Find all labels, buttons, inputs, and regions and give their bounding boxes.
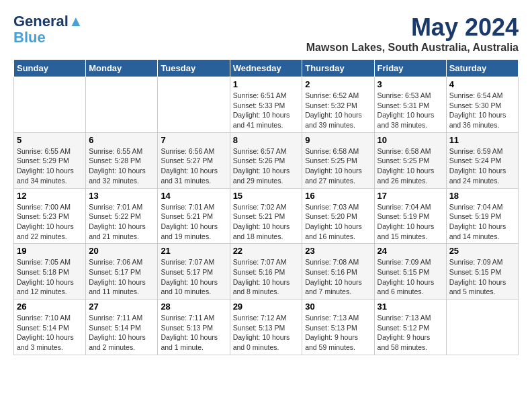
calendar-cell: 11Sunrise: 6:59 AM Sunset: 5:24 PM Dayli… (446, 132, 518, 188)
calendar-cell: 9Sunrise: 6:58 AM Sunset: 5:25 PM Daylig… (302, 132, 374, 188)
day-number: 6 (89, 135, 154, 145)
calendar-cell: 23Sunrise: 7:08 AM Sunset: 5:16 PM Dayli… (302, 244, 374, 300)
day-number: 7 (161, 135, 226, 145)
calendar-cell: 6Sunrise: 6:55 AM Sunset: 5:28 PM Daylig… (86, 132, 158, 188)
day-info: Sunrise: 7:09 AM Sunset: 5:15 PM Dayligh… (378, 257, 443, 297)
day-info: Sunrise: 6:58 AM Sunset: 5:25 PM Dayligh… (305, 146, 371, 186)
calendar-cell: 20Sunrise: 7:06 AM Sunset: 5:17 PM Dayli… (86, 244, 158, 300)
day-number: 12 (17, 191, 83, 201)
day-info: Sunrise: 7:11 AM Sunset: 5:13 PM Dayligh… (161, 313, 226, 353)
day-number: 22 (233, 246, 300, 256)
day-number: 26 (17, 302, 83, 312)
day-info: Sunrise: 7:07 AM Sunset: 5:16 PM Dayligh… (233, 257, 300, 297)
calendar-week-1: 1Sunrise: 6:51 AM Sunset: 5:33 PM Daylig… (14, 77, 519, 133)
day-number: 2 (305, 79, 371, 89)
logo: General▲ Blue (13, 13, 83, 46)
day-number: 21 (161, 246, 226, 256)
calendar-cell: 13Sunrise: 7:01 AM Sunset: 5:22 PM Dayli… (86, 188, 158, 244)
calendar-cell (446, 300, 518, 355)
calendar-cell: 21Sunrise: 7:07 AM Sunset: 5:17 PM Dayli… (158, 244, 230, 300)
day-number: 16 (305, 191, 371, 201)
header-cell-saturday: Saturday (446, 60, 518, 77)
day-number: 5 (17, 135, 83, 145)
day-info: Sunrise: 7:08 AM Sunset: 5:16 PM Dayligh… (305, 257, 371, 297)
calendar-cell: 26Sunrise: 7:10 AM Sunset: 5:14 PM Dayli… (14, 300, 86, 355)
logo-text: General▲ Blue (13, 13, 83, 46)
day-number: 27 (89, 302, 154, 312)
day-info: Sunrise: 7:02 AM Sunset: 5:21 PM Dayligh… (233, 202, 300, 242)
day-info: Sunrise: 7:01 AM Sunset: 5:22 PM Dayligh… (89, 202, 154, 242)
header-cell-thursday: Thursday (302, 60, 374, 77)
day-info: Sunrise: 6:55 AM Sunset: 5:28 PM Dayligh… (89, 146, 154, 186)
title-block: May 2024 Mawson Lakes, South Australia, … (306, 13, 519, 54)
day-info: Sunrise: 6:52 AM Sunset: 5:32 PM Dayligh… (305, 91, 371, 130)
calendar-cell: 7Sunrise: 6:56 AM Sunset: 5:27 PM Daylig… (158, 132, 230, 188)
calendar-cell: 18Sunrise: 7:04 AM Sunset: 5:19 PM Dayli… (446, 188, 518, 244)
calendar-cell: 2Sunrise: 6:52 AM Sunset: 5:32 PM Daylig… (302, 77, 374, 133)
day-number: 28 (161, 302, 226, 312)
day-number: 30 (305, 302, 371, 312)
calendar-cell: 24Sunrise: 7:09 AM Sunset: 5:15 PM Dayli… (374, 244, 446, 300)
day-info: Sunrise: 6:57 AM Sunset: 5:26 PM Dayligh… (233, 146, 300, 186)
calendar-cell: 4Sunrise: 6:54 AM Sunset: 5:30 PM Daylig… (446, 77, 518, 133)
day-info: Sunrise: 7:04 AM Sunset: 5:19 PM Dayligh… (449, 202, 515, 242)
day-info: Sunrise: 7:13 AM Sunset: 5:13 PM Dayligh… (305, 313, 371, 353)
header: General▲ Blue May 2024 Mawson Lakes, Sou… (13, 13, 519, 54)
calendar-cell: 16Sunrise: 7:03 AM Sunset: 5:20 PM Dayli… (302, 188, 374, 244)
day-number: 9 (305, 135, 371, 145)
calendar-cell: 27Sunrise: 7:11 AM Sunset: 5:14 PM Dayli… (86, 300, 158, 355)
day-number: 13 (89, 191, 154, 201)
month-title: May 2024 (306, 13, 519, 42)
day-number: 20 (89, 246, 154, 256)
day-number: 24 (378, 246, 443, 256)
calendar-cell: 8Sunrise: 6:57 AM Sunset: 5:26 PM Daylig… (230, 132, 302, 188)
day-number: 8 (233, 135, 300, 145)
calendar-cell: 31Sunrise: 7:13 AM Sunset: 5:12 PM Dayli… (374, 300, 446, 355)
day-info: Sunrise: 6:51 AM Sunset: 5:33 PM Dayligh… (233, 91, 300, 130)
day-number: 3 (378, 79, 443, 89)
day-number: 23 (305, 246, 371, 256)
calendar-cell: 17Sunrise: 7:04 AM Sunset: 5:19 PM Dayli… (374, 188, 446, 244)
day-info: Sunrise: 7:00 AM Sunset: 5:23 PM Dayligh… (17, 202, 83, 242)
location-title: Mawson Lakes, South Australia, Australia (306, 42, 519, 54)
calendar-cell: 22Sunrise: 7:07 AM Sunset: 5:16 PM Dayli… (230, 244, 302, 300)
calendar-cell (158, 77, 230, 133)
calendar-week-3: 12Sunrise: 7:00 AM Sunset: 5:23 PM Dayli… (14, 188, 519, 244)
calendar-cell: 25Sunrise: 7:09 AM Sunset: 5:15 PM Dayli… (446, 244, 518, 300)
day-info: Sunrise: 6:59 AM Sunset: 5:24 PM Dayligh… (449, 146, 515, 186)
day-info: Sunrise: 7:12 AM Sunset: 5:13 PM Dayligh… (233, 313, 300, 353)
day-number: 19 (17, 246, 83, 256)
calendar-cell: 15Sunrise: 7:02 AM Sunset: 5:21 PM Dayli… (230, 188, 302, 244)
day-number: 25 (449, 246, 515, 256)
day-number: 18 (449, 191, 515, 201)
day-number: 31 (378, 302, 443, 312)
day-info: Sunrise: 7:01 AM Sunset: 5:21 PM Dayligh… (161, 202, 226, 242)
day-info: Sunrise: 6:58 AM Sunset: 5:25 PM Dayligh… (378, 146, 443, 186)
day-number: 14 (161, 191, 226, 201)
calendar-cell: 14Sunrise: 7:01 AM Sunset: 5:21 PM Dayli… (158, 188, 230, 244)
calendar-cell: 3Sunrise: 6:53 AM Sunset: 5:31 PM Daylig… (374, 77, 446, 133)
calendar-cell: 12Sunrise: 7:00 AM Sunset: 5:23 PM Dayli… (14, 188, 86, 244)
day-info: Sunrise: 7:06 AM Sunset: 5:17 PM Dayligh… (89, 257, 154, 297)
calendar-table: SundayMondayTuesdayWednesdayThursdayFrid… (13, 59, 519, 355)
calendar-week-2: 5Sunrise: 6:55 AM Sunset: 5:29 PM Daylig… (14, 132, 519, 188)
calendar-cell (86, 77, 158, 133)
header-cell-wednesday: Wednesday (230, 60, 302, 77)
calendar-week-4: 19Sunrise: 7:05 AM Sunset: 5:18 PM Dayli… (14, 244, 519, 300)
day-info: Sunrise: 7:10 AM Sunset: 5:14 PM Dayligh… (17, 313, 83, 353)
day-info: Sunrise: 7:05 AM Sunset: 5:18 PM Dayligh… (17, 257, 83, 297)
calendar-cell (14, 77, 86, 133)
day-info: Sunrise: 7:13 AM Sunset: 5:12 PM Dayligh… (378, 313, 443, 353)
day-number: 29 (233, 302, 300, 312)
day-info: Sunrise: 7:09 AM Sunset: 5:15 PM Dayligh… (449, 257, 515, 297)
day-info: Sunrise: 6:53 AM Sunset: 5:31 PM Dayligh… (378, 91, 443, 130)
calendar-cell: 5Sunrise: 6:55 AM Sunset: 5:29 PM Daylig… (14, 132, 86, 188)
day-number: 1 (233, 79, 300, 89)
day-info: Sunrise: 6:56 AM Sunset: 5:27 PM Dayligh… (161, 146, 226, 186)
header-cell-tuesday: Tuesday (158, 60, 230, 77)
day-number: 10 (378, 135, 443, 145)
header-cell-friday: Friday (374, 60, 446, 77)
calendar-week-5: 26Sunrise: 7:10 AM Sunset: 5:14 PM Dayli… (14, 300, 519, 355)
day-number: 17 (378, 191, 443, 201)
day-info: Sunrise: 7:07 AM Sunset: 5:17 PM Dayligh… (161, 257, 226, 297)
